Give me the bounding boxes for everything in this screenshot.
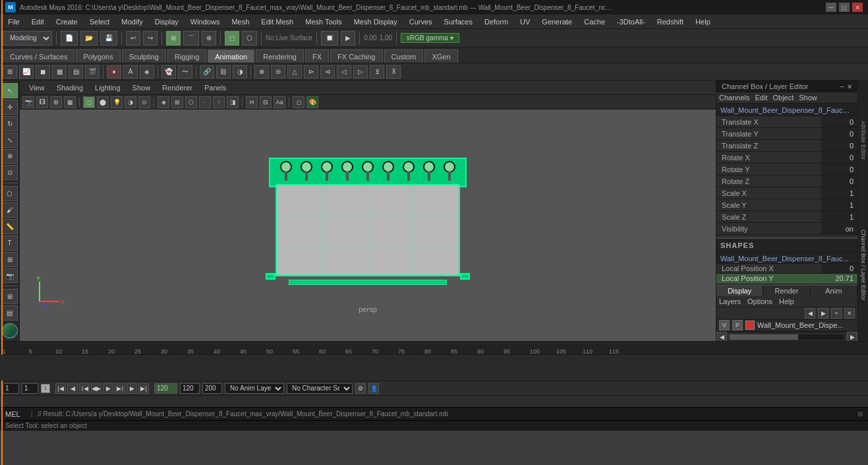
camera-sequencer-btn[interactable]: 🎬 [85, 65, 100, 78]
cb-close-btn[interactable]: ✕ [847, 83, 852, 90]
channel-local-pos-y[interactable]: Local Position Y 20.71 [716, 274, 857, 284]
ch-value-sy[interactable]: 1 [821, 199, 857, 210]
undo-btn[interactable]: ↩ [126, 31, 140, 46]
vi-grid2-btn[interactable]: ⊟ [260, 96, 272, 108]
render-seq-btn[interactable]: ▶ [341, 31, 355, 46]
vi-iso-btn[interactable]: ◈ [158, 96, 169, 108]
ch-value-tx[interactable]: 0 [821, 116, 857, 127]
lm-layers[interactable]: Layers [719, 297, 741, 305]
menu-create[interactable]: Create [51, 16, 83, 27]
snap-btn[interactable]: ⊞ [2, 252, 18, 267]
vp-lighting-menu[interactable]: Lighting [91, 82, 125, 93]
vi-res-btn[interactable]: ◻ [293, 96, 304, 108]
lm-help[interactable]: Help [779, 297, 794, 305]
go-end-btn[interactable]: ▶| [138, 383, 149, 394]
channel-rotate-y[interactable]: Rotate Y 0 [716, 164, 857, 175]
cb-show-menu[interactable]: Show [799, 94, 817, 102]
ch-value-tz[interactable]: 0 [821, 140, 857, 151]
tab-custom[interactable]: Custom [384, 49, 424, 63]
play-back-btn[interactable]: ◀▶ [91, 383, 101, 394]
menu-redshift[interactable]: Redshift [652, 16, 689, 27]
layer-tab-render[interactable]: Render [763, 286, 810, 297]
new-scene-btn[interactable]: 📄 [61, 31, 78, 46]
tab-xgen[interactable]: XGen [424, 49, 457, 63]
go-start-btn[interactable]: |◀ [55, 383, 66, 394]
text-btn[interactable]: T [2, 235, 18, 251]
universal-tool-btn[interactable]: ⊕ [2, 149, 18, 164]
layer-prev-btn[interactable]: ◀ [805, 308, 815, 319]
channel-box-strip-label[interactable]: Channel Box / Layer Editor [860, 230, 867, 301]
ik-btn[interactable]: ⛓ [216, 65, 231, 78]
lasso-btn[interactable]: ⬡ [242, 31, 257, 46]
char-set-btn[interactable]: 👤 [368, 383, 379, 394]
layer-next-btn[interactable]: ▶ [818, 308, 828, 319]
viewport[interactable]: View Shading Lighting Show Renderer Pane… [20, 80, 716, 341]
layer-v-btn[interactable]: V [719, 320, 730, 330]
play-fwd-btn[interactable]: ▶ [103, 383, 113, 394]
lm-options[interactable]: Options [747, 297, 772, 305]
anim-layer-dropdown[interactable]: No Anim Layer [225, 383, 284, 394]
cb-edit-menu[interactable]: Edit [755, 94, 767, 102]
toggle-btn9[interactable]: ⊼ [386, 65, 401, 78]
tab-fx[interactable]: FX [305, 49, 329, 63]
next-key-btn[interactable]: ▶⟩ [115, 383, 125, 394]
tab-rigging[interactable]: Rigging [167, 49, 206, 63]
end-frame-input[interactable] [154, 383, 177, 394]
layer-delete-btn[interactable]: ✕ [844, 308, 855, 319]
play-start-input[interactable] [180, 383, 200, 394]
vi-light-btn[interactable]: 💡 [111, 96, 123, 108]
curve-editor-btn[interactable]: 📈 [19, 65, 34, 78]
menu-mesh-display[interactable]: Mesh Display [349, 16, 403, 27]
channel-translate-y[interactable]: Translate Y 0 [716, 128, 857, 140]
ch-value-ty[interactable]: 0 [821, 128, 857, 139]
layer-scrollbar[interactable]: ◀ ▶ [716, 332, 857, 341]
menu-generate[interactable]: Generate [536, 16, 577, 27]
step-fwd-btn[interactable]: ▶ [127, 383, 137, 394]
channel-rotate-x[interactable]: Rotate X 0 [716, 152, 857, 164]
menu-uv[interactable]: UV [515, 16, 535, 27]
maximize-button[interactable]: □ [839, 3, 850, 12]
vi-hud-btn[interactable]: H [246, 96, 258, 108]
set-key-btn[interactable]: ♦ [107, 65, 121, 78]
open-scene-btn[interactable]: 📂 [80, 31, 98, 46]
render-btn[interactable]: 🔲 [321, 31, 338, 46]
ghost-btn[interactable]: 👻 [161, 65, 176, 78]
channel-translate-x[interactable]: Translate X 0 [716, 116, 857, 128]
toggle-btn6[interactable]: ◁ [337, 65, 351, 78]
show-manip-btn[interactable]: ⊙ [2, 165, 18, 180]
menu-help[interactable]: Help [690, 16, 716, 27]
snap-grid-btn[interactable]: ⊞ [166, 31, 181, 46]
play-end-input[interactable] [202, 383, 222, 394]
keyframe-btn[interactable]: ⊞ [3, 65, 17, 78]
tab-curves-surfaces[interactable]: Curves / Surfaces [3, 49, 74, 63]
current-frame-input[interactable] [22, 383, 38, 394]
ch-value-rz[interactable]: 0 [821, 175, 857, 187]
deform-btn[interactable]: ◑ [233, 65, 247, 78]
start-frame-input[interactable] [3, 383, 19, 394]
ch-value-lpy[interactable]: 20.71 [821, 274, 857, 283]
anim-prefs-btn[interactable]: ⚙ [355, 383, 366, 394]
layer-p-btn[interactable]: P [732, 320, 743, 330]
vp-renderer-menu[interactable]: Renderer [158, 82, 196, 93]
minimize-button[interactable]: ─ [826, 3, 836, 12]
menu-cache[interactable]: Cache [579, 16, 610, 27]
layer-tab-display[interactable]: Display [716, 286, 763, 297]
redo-btn[interactable]: ↪ [143, 31, 158, 46]
prev-key-btn[interactable]: ⟨◀ [79, 383, 90, 394]
toggle-btn5[interactable]: ⊲ [320, 65, 335, 78]
ls-right-btn[interactable]: ▶ [847, 332, 857, 342]
channel-rotate-z[interactable]: Rotate Z 0 [716, 175, 857, 187]
scale-tool-btn[interactable]: ⤡ [2, 133, 18, 148]
vi-wireframe-btn[interactable]: ◻ [83, 96, 95, 108]
tab-animation[interactable]: Animation [208, 49, 254, 63]
menu-mesh[interactable]: Mesh [226, 16, 254, 27]
lasso-select-btn[interactable]: ⬡ [2, 186, 18, 201]
channel-visibility[interactable]: Visibility on [716, 223, 857, 235]
vp-panels-menu[interactable]: Panels [200, 82, 231, 93]
char-set-dropdown[interactable]: No Character Set [287, 383, 353, 394]
timeline-content[interactable] [0, 355, 868, 381]
vi-smooth-btn[interactable]: ⬤ [97, 96, 109, 108]
ch-value-vis[interactable]: on [821, 223, 857, 234]
channel-local-pos-x[interactable]: Local Position X 0 [716, 264, 857, 274]
cb-object-menu[interactable]: Object [772, 94, 794, 102]
